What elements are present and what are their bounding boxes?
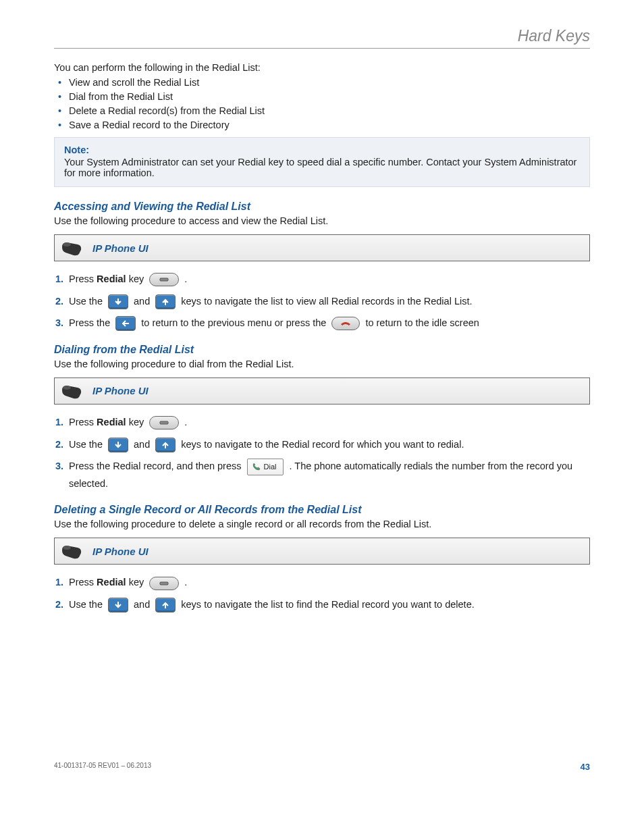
- step-text: and: [134, 599, 153, 610]
- step-text: Press the: [69, 317, 113, 328]
- step-text: Use the: [69, 296, 105, 307]
- step-text: Use the: [69, 599, 105, 610]
- step-text: key: [126, 273, 147, 284]
- step-text: and: [134, 296, 153, 307]
- arrow-down-icon: [108, 294, 128, 309]
- step-text: Press: [69, 273, 97, 284]
- step-item: Press Redial key .: [69, 271, 590, 288]
- step-text: key: [126, 577, 147, 588]
- step-item: Use the and keys to navigate to the Redi…: [69, 436, 590, 453]
- phone-icon: [60, 542, 83, 560]
- step-text: .: [184, 577, 187, 588]
- dial-button-label: Dial: [264, 461, 277, 473]
- step-text: keys to navigate the list to find the Re…: [181, 599, 474, 610]
- dial-handset-icon: [252, 462, 261, 471]
- step-bold: Redial: [97, 417, 126, 427]
- ip-phone-ui-bar: IP Phone UI: [54, 234, 590, 261]
- step-text: .: [184, 417, 187, 427]
- arrow-up-icon: [155, 294, 176, 309]
- ip-phone-ui-bar: IP Phone UI: [54, 377, 590, 405]
- step-item: Press the to return to the previous menu…: [69, 315, 590, 332]
- step-text: to return to the idle screen: [365, 317, 479, 328]
- bullet-list: View and scroll the Redial List Dial fro…: [54, 77, 590, 130]
- phone-icon: [60, 382, 83, 400]
- section-desc: Use the following procedure to dial from…: [54, 359, 590, 369]
- step-bold: Redial: [97, 577, 126, 588]
- step-text: keys to navigate to the Redial record fo…: [181, 439, 464, 450]
- header-rule: [54, 48, 590, 49]
- list-item: Dial from the Redial List: [69, 91, 590, 102]
- doc-revision: 41-001317-05 REV01 – 06.2013: [54, 762, 151, 772]
- arrow-left-icon: [115, 316, 136, 331]
- steps-list: Press Redial key . Use the and keys to n…: [54, 271, 590, 332]
- step-item: Press Redial key .: [69, 414, 590, 431]
- redial-key-icon: [149, 273, 179, 286]
- svg-point-2: [63, 386, 71, 390]
- step-text: Press: [69, 577, 97, 588]
- section-heading: Deleting a Single Record or All Records …: [54, 504, 590, 516]
- phone-icon: [60, 239, 83, 257]
- step-text: Press the Redial record, and then press: [69, 461, 244, 471]
- ui-bar-label: IP Phone UI: [92, 242, 149, 254]
- step-item: Press the Redial record, and then press …: [69, 458, 590, 492]
- svg-rect-1: [160, 278, 168, 281]
- page-header: Hard Keys: [54, 27, 590, 45]
- step-item: Press Redial key .: [69, 574, 590, 591]
- steps-list: Press Redial key . Use the and keys to n…: [54, 574, 590, 613]
- ip-phone-ui-bar: IP Phone UI: [54, 538, 590, 565]
- step-text: to return to the previous menu or press …: [141, 317, 329, 328]
- step-text: and: [134, 439, 153, 450]
- step-bold: Redial: [97, 273, 126, 284]
- step-text: key: [126, 417, 147, 427]
- section-heading: Accessing and Viewing the Redial List: [54, 201, 590, 213]
- note-label: Note:: [64, 145, 580, 155]
- step-text: Press: [69, 417, 97, 427]
- list-item: Save a Redial record to the Directory: [69, 120, 590, 130]
- step-item: Use the and keys to navigate the list to…: [69, 293, 590, 310]
- note-text: Your System Administrator can set your R…: [64, 157, 580, 178]
- section-desc: Use the following procedure to access an…: [54, 215, 590, 226]
- page-number: 43: [581, 762, 590, 772]
- step-text: Use the: [69, 439, 105, 450]
- hangup-key-icon: [331, 317, 360, 330]
- arrow-up-icon: [155, 438, 176, 452]
- section-heading: Dialing from the Redial List: [54, 344, 590, 356]
- steps-list: Press Redial key . Use the and keys to n…: [54, 414, 590, 492]
- ui-bar-label: IP Phone UI: [92, 546, 149, 557]
- svg-rect-5: [160, 582, 168, 585]
- arrow-up-icon: [155, 598, 176, 613]
- note-box: Note: Your System Administrator can set …: [54, 137, 590, 187]
- page-footer: 41-001317-05 REV01 – 06.2013 43: [54, 762, 590, 772]
- intro-text: You can perform the following in the Red…: [54, 62, 590, 73]
- step-item: Use the and keys to navigate the list to…: [69, 596, 590, 613]
- list-item: Delete a Redial record(s) from the Redia…: [69, 105, 590, 116]
- dial-button: Dial: [247, 459, 284, 475]
- arrow-down-icon: [108, 438, 128, 452]
- svg-point-4: [63, 546, 71, 550]
- step-text: keys to navigate the list to view all Re…: [181, 296, 472, 307]
- arrow-down-icon: [108, 598, 128, 613]
- ui-bar-label: IP Phone UI: [92, 385, 149, 396]
- section-desc: Use the following procedure to delete a …: [54, 519, 590, 529]
- list-item: View and scroll the Redial List: [69, 77, 590, 88]
- svg-rect-3: [160, 421, 168, 424]
- redial-key-icon: [149, 577, 179, 590]
- redial-key-icon: [149, 416, 179, 429]
- svg-point-0: [63, 242, 71, 246]
- step-text: .: [184, 273, 187, 284]
